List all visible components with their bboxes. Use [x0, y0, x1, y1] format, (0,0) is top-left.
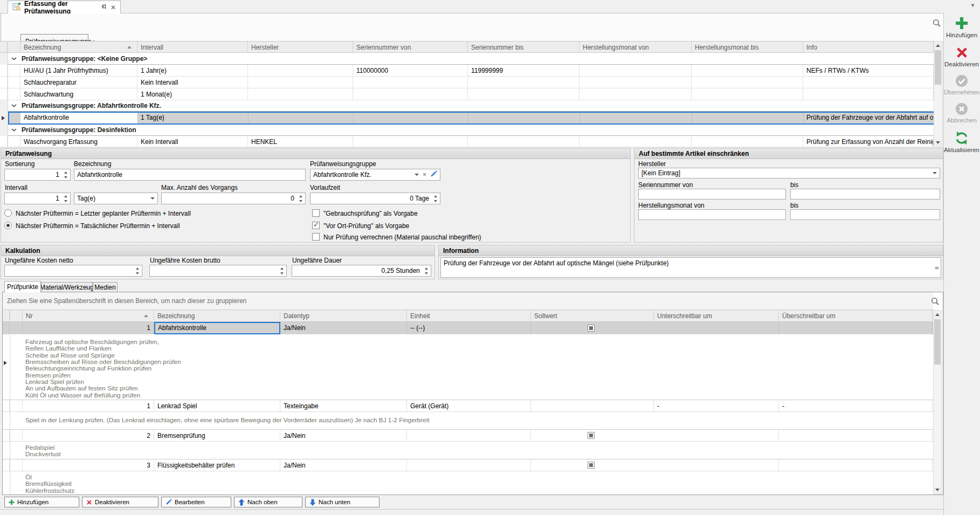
max-anzahl-field[interactable]: 0: [161, 193, 306, 204]
tab-medien[interactable]: Medien: [93, 282, 118, 292]
cell-einheit[interactable]: Gerät (Gerät): [407, 400, 531, 411]
herstellungsmonat-bis-field[interactable]: [790, 209, 940, 220]
cell-einheit[interactable]: [407, 459, 531, 471]
cell-bezeichnung[interactable]: Waschvorgang Erfassung: [20, 136, 137, 147]
chevron-down-icon[interactable]: [150, 197, 155, 200]
cell-nr[interactable]: 1: [23, 322, 154, 334]
radio-tatsaechlicher-termin[interactable]: [4, 222, 12, 229]
intervall-unit-combo[interactable]: Tag(e): [74, 193, 158, 204]
kosten-brutto-field[interactable]: [149, 265, 287, 277]
column-header-herstellungsmonat-bis[interactable]: Herstellungsmonat bis: [692, 42, 803, 52]
cell-herstellungsmonat-bis[interactable]: [692, 136, 803, 147]
sollwert-indeterminate-checkbox[interactable]: [588, 325, 595, 332]
scrollbar-vertical[interactable]: [933, 310, 942, 495]
scroll-up-button[interactable]: [934, 42, 942, 50]
cell-bezeichnung[interactable]: Lenkrad Spiel: [154, 400, 280, 411]
cell-datentyp[interactable]: Ja/Nein: [280, 430, 407, 441]
focused-cell-bezeichnung[interactable]: Abfahrtskontrolle: [154, 322, 280, 334]
cell-unterschreitbar[interactable]: [654, 322, 779, 334]
radio-letzter-termin[interactable]: [4, 209, 12, 217]
sidebar-hinzufuegen-button[interactable]: Hinzufügen: [943, 16, 980, 38]
sidebar-aktualisieren-button[interactable]: Aktualisieren: [943, 131, 980, 153]
cell-seriennummer-bis[interactable]: [468, 88, 579, 100]
sidebar-deaktivieren-button[interactable]: Deaktivieren: [943, 46, 980, 67]
chevron-down-icon[interactable]: [415, 174, 419, 176]
scroll-down-button[interactable]: [934, 139, 942, 147]
tab-pruefpunkte[interactable]: Prüfpunkte: [4, 281, 41, 292]
spinner[interactable]: [61, 170, 70, 180]
cell-herstellungsmonat-von[interactable]: [579, 65, 692, 76]
pin-icon[interactable]: [101, 3, 107, 11]
row-preview[interactable]: Öl Bremsflüssigkeit Kühlerfrostschutz: [3, 471, 933, 495]
cell-ueberschreitbar[interactable]: [779, 459, 933, 471]
column-header-bezeichnung[interactable]: Bezeichnung: [154, 310, 280, 321]
seriennummer-bis-field[interactable]: [790, 189, 940, 200]
cell-hersteller[interactable]: HENKEL: [248, 136, 353, 147]
cell-seriennummer-von[interactable]: [353, 88, 468, 100]
cell-seriennummer-von[interactable]: 110000000: [353, 65, 468, 76]
row-preview[interactable]: Fahrzeug auf optische Beschädigungen prü…: [3, 334, 933, 400]
scroll-up-icon[interactable]: [935, 259, 939, 266]
column-header-intervall[interactable]: Intervall: [137, 42, 248, 52]
inline-editor-bezeichnung[interactable]: Abfahrtkontrolle: [20, 113, 137, 123]
cell-ueberschreitbar[interactable]: [779, 322, 933, 334]
tab-erfassung-der-pruefanweisung[interactable]: Erfassung der Prüfanweisung ✕: [8, 1, 121, 13]
bearbeiten-button[interactable]: Bearbeiten: [161, 497, 231, 507]
cell-intervall[interactable]: 1 Jahr(e): [137, 65, 248, 76]
selected-row[interactable]: 1 Abfahrtskontrolle Ja/Nein -- (--): [3, 322, 933, 334]
spinner[interactable]: [431, 194, 439, 203]
cell-seriennummer-von[interactable]: [353, 136, 468, 147]
cell-unterschreitbar[interactable]: -: [654, 400, 779, 411]
cell-unterschreitbar[interactable]: [654, 430, 779, 441]
cell-seriennummer-bis[interactable]: 119999999: [468, 65, 579, 76]
sollwert-indeterminate-checkbox[interactable]: [588, 432, 595, 439]
cell-nr[interactable]: 2: [23, 430, 154, 441]
column-header-unterschreitbar[interactable]: Unterschreitbar um: [654, 310, 779, 321]
cell-bezeichnung[interactable]: Schlauchwartung: [20, 88, 137, 100]
cell-bezeichnung[interactable]: Schlauchreparatur: [20, 77, 137, 88]
pencil-icon[interactable]: [430, 170, 437, 179]
search-icon[interactable]: [931, 297, 940, 306]
table-row[interactable]: Schlauchreparatur Kein Intervall: [0, 77, 934, 88]
column-header-einheit[interactable]: Einheit: [407, 310, 531, 321]
spinner[interactable]: [61, 194, 70, 203]
cell-herstellungsmonat-von[interactable]: [579, 136, 692, 147]
chevron-down-icon[interactable]: [11, 57, 17, 60]
column-header-herstellungsmonat-von[interactable]: Herstellungsmonat von: [579, 42, 692, 52]
bezeichnung-field[interactable]: Abfahrtkontrolle: [74, 169, 306, 181]
group-row[interactable]: Prüfanweisungsgruppe: Abfahrtkontrolle K…: [8, 100, 934, 112]
column-header-seriennummer-von[interactable]: Seriennummer von: [353, 42, 468, 52]
column-header-seriennummer-bis[interactable]: Seriennummer bis: [468, 42, 579, 52]
cell-hersteller[interactable]: [248, 77, 353, 88]
scrollbar-vertical[interactable]: [934, 41, 942, 147]
deaktivieren-button[interactable]: Deaktivieren: [82, 497, 158, 507]
row-preview[interactable]: Pedalspiel Druckverlust: [3, 442, 933, 459]
spinner[interactable]: [278, 266, 286, 276]
chevron-down-icon[interactable]: [11, 104, 17, 107]
chevron-down-icon[interactable]: [11, 128, 17, 132]
hersteller-combo[interactable]: [Kein Eintrag]: [638, 168, 940, 178]
gruppe-combo[interactable]: Abfahrtkontrolle Kfz. ×: [310, 169, 440, 181]
group-row[interactable]: Prüfanweisungsgruppe: Desinfektion: [8, 125, 934, 136]
table-row[interactable]: Schlauchwartung 1 Monat(e): [0, 88, 934, 100]
cell-datentyp[interactable]: Ja/Nein: [280, 322, 407, 334]
chevron-down-icon[interactable]: [933, 172, 937, 174]
column-header-bezeichnung[interactable]: Bezeichnung: [20, 42, 137, 52]
clear-icon[interactable]: ×: [423, 171, 426, 178]
column-header-nr[interactable]: Nr: [23, 310, 154, 321]
cell-datentyp[interactable]: Texteingabe: [280, 400, 407, 411]
cell-seriennummer-bis[interactable]: [468, 77, 579, 88]
cell-info[interactable]: [803, 77, 934, 88]
sollwert-indeterminate-checkbox[interactable]: [588, 462, 595, 469]
scroll-down-icon[interactable]: [935, 270, 939, 277]
cell-seriennummer-von[interactable]: [353, 77, 468, 88]
search-icon[interactable]: [933, 19, 941, 28]
cell-datentyp[interactable]: Ja/Nein: [280, 459, 407, 471]
sortierung-field[interactable]: 1: [4, 169, 71, 181]
table-row[interactable]: HU/AU (1 Jahr Prüfrhythmus) 1 Jahr(e) 11…: [0, 65, 934, 77]
row-preview[interactable]: Spiel in der Lenkung prüfen. (Das Lenkra…: [3, 412, 933, 430]
cell-intervall[interactable]: 1 Monat(e): [137, 88, 248, 100]
table-row[interactable]: 3 Flüssigkeitsbehälter prüfen Ja/Nein: [3, 459, 933, 471]
cell-info[interactable]: [803, 88, 934, 100]
cell-unterschreitbar[interactable]: [654, 459, 779, 471]
